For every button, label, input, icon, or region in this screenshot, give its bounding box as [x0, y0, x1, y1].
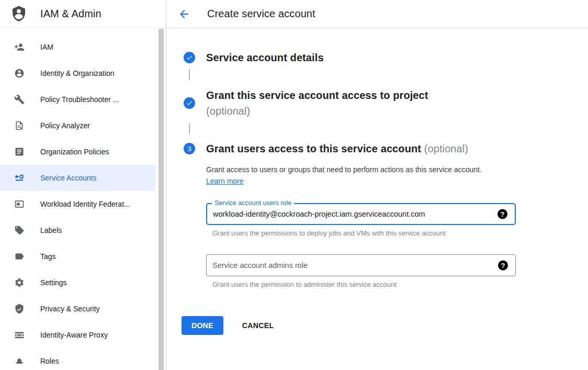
form-actions: DONE CANCEL	[182, 316, 588, 335]
sidebar-item-label: Identity-Aware Proxy	[40, 331, 108, 339]
service-account-key-icon	[14, 173, 25, 183]
gear-icon	[14, 277, 25, 288]
step-3-title-text: Grant users access to this service accou…	[206, 143, 421, 154]
step-1-service-account-details: Service account details	[184, 50, 588, 65]
sidebar-item-tags[interactable]: Tags	[0, 243, 155, 270]
sidebar-item-identity-organization[interactable]: Identity & Organization	[0, 60, 155, 86]
step-3-optional-label: (optional)	[424, 143, 468, 154]
admins-role-helper-text: Grant users the permission to administer…	[212, 281, 516, 288]
document-gear-icon	[14, 120, 25, 131]
done-button[interactable]: DONE	[182, 316, 223, 335]
sidebar-item-label: Settings	[40, 278, 67, 287]
sidebar-item-label: Organization Policies	[40, 148, 109, 156]
step-connector	[189, 69, 190, 80]
wrench-icon	[14, 94, 25, 105]
iam-shield-icon	[10, 5, 27, 23]
service-account-users-role-field: Service account users role ?	[206, 203, 516, 225]
users-role-helper-text: Grant users the permissions to deploy jo…	[212, 229, 516, 237]
sidebar-item-policy-troubleshooter[interactable]: Policy Troubleshooter ...	[0, 86, 155, 113]
sidebar-item-label: Service Accounts	[40, 174, 96, 182]
step-3-title: Grant users access to this service accou…	[206, 141, 516, 156]
stepper: Service account details Grant this servi…	[166, 50, 588, 288]
step-3-description-text: Grant access to users or groups that nee…	[206, 165, 482, 174]
sidebar-item-label: Labels	[40, 226, 62, 234]
sidebar-item-labels[interactable]: Labels	[0, 217, 155, 243]
page-header: Create service account	[166, 0, 588, 28]
main-panel: Create service account Service account d…	[166, 0, 588, 370]
card-icon	[14, 199, 25, 209]
product-title: IAM & Admin	[40, 8, 101, 20]
sidebar-scrollbar-thumb[interactable]	[159, 29, 164, 370]
sidebar: IAM & Admin IAM Identity & Organization …	[0, 0, 166, 370]
sidebar-item-policy-analyzer[interactable]: Policy Analyzer	[0, 113, 155, 139]
sidebar-item-organization-policies[interactable]: Organization Policies	[0, 139, 155, 165]
sidebar-item-roles[interactable]: Roles	[0, 348, 155, 370]
step-3-number-badge: 3	[184, 143, 195, 154]
step-2-optional-label: (optional)	[206, 103, 428, 119]
step-3-grant-users-access: 3 Grant users access to this service acc…	[184, 141, 588, 288]
article-icon	[14, 147, 25, 157]
sidebar-item-service-accounts[interactable]: Service Accounts	[0, 165, 155, 191]
step-1-title: Service account details	[206, 50, 324, 65]
sidebar-item-iam[interactable]: IAM	[0, 34, 155, 60]
sidebar-item-settings[interactable]: Settings	[0, 270, 155, 296]
shield-check-icon	[14, 304, 25, 314]
step-2-complete-check-icon	[184, 97, 195, 109]
cancel-button[interactable]: CANCEL	[242, 321, 274, 330]
create-service-account-form: Service account details Grant this servi…	[166, 28, 588, 335]
step-2-title: Grant this service account access to pro…	[206, 87, 428, 119]
label-arrow-icon	[14, 251, 25, 262]
sidebar-item-label: Tags	[40, 252, 56, 261]
admins-role-input[interactable]	[207, 255, 515, 276]
sidebar-item-workload-identity-federation[interactable]: Workload Identity Federat...	[0, 191, 155, 217]
account-circle-icon	[14, 68, 25, 79]
sidebar-item-label: Policy Analyzer	[40, 121, 90, 130]
step-connector	[189, 123, 190, 134]
proxy-rows-icon	[14, 330, 25, 340]
hat-icon	[14, 356, 25, 366]
sidebar-item-label: IAM	[40, 43, 53, 51]
step-3-description: Grant access to users or groups that nee…	[206, 164, 495, 187]
sidebar-nav: IAM Identity & Organization Policy Troub…	[0, 28, 166, 370]
users-role-field-label: Service account users role	[212, 199, 294, 207]
sidebar-item-label: Roles	[40, 357, 59, 365]
step-1-complete-check-icon	[184, 52, 195, 63]
sidebar-item-privacy-security[interactable]: Privacy & Security	[0, 296, 155, 322]
tag-icon	[14, 225, 25, 236]
page-title: Create service account	[207, 8, 315, 20]
service-account-admins-role-field: ?	[206, 254, 516, 276]
sidebar-item-label: Workload Identity Federat...	[40, 200, 130, 208]
person-add-icon	[14, 42, 25, 52]
learn-more-link[interactable]: Learn more	[206, 177, 244, 185]
sidebar-item-label: Identity & Organization	[40, 69, 115, 77]
sidebar-item-label: Privacy & Security	[40, 305, 100, 313]
step-2-title-text: Grant this service account access to pro…	[206, 89, 428, 101]
step-2-grant-access-to-project: Grant this service account access to pro…	[184, 87, 588, 119]
help-icon[interactable]: ?	[498, 261, 508, 271]
back-arrow-icon[interactable]	[178, 8, 190, 20]
sidebar-item-label: Policy Troubleshooter ...	[40, 95, 119, 104]
sidebar-item-identity-aware-proxy[interactable]: Identity-Aware Proxy	[0, 322, 155, 348]
help-icon[interactable]: ?	[497, 209, 507, 219]
sidebar-header: IAM & Admin	[0, 0, 166, 28]
